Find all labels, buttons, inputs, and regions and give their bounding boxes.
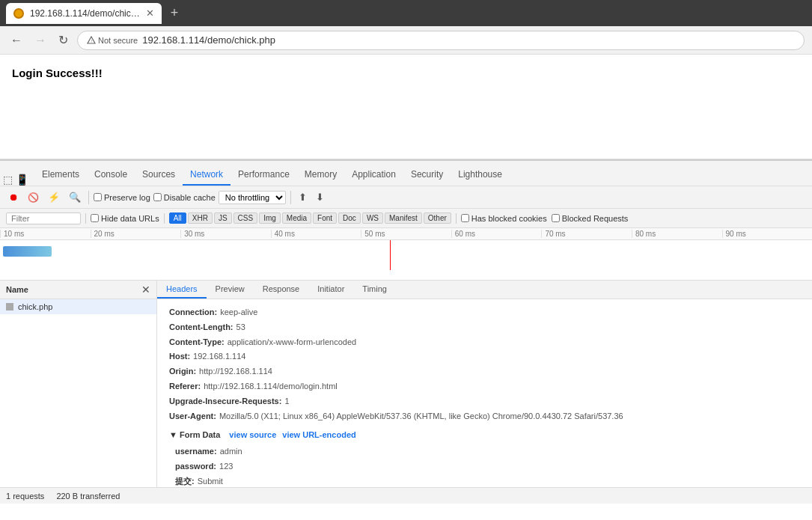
network-toolbar: ⏺ 🚫 ⚡ 🔍 Preserve log Disable cache No th… (0, 186, 812, 209)
record-button[interactable]: ⏺ (6, 190, 22, 204)
tab-security[interactable]: Security (403, 165, 451, 186)
header-upgrade-key: Upgrade-Insecure-Requests: (169, 394, 281, 409)
nav-back-button[interactable]: ← (7, 31, 25, 50)
header-user-agent: User-Agent: Mozilla/5.0 (X11; Linux x86_… (169, 409, 800, 424)
timeline-area: 10 ms 20 ms 30 ms 40 ms 50 ms 60 ms 70 m… (0, 228, 812, 281)
filter-doc-button[interactable]: Doc (338, 212, 361, 224)
nav-reload-button[interactable]: ↻ (55, 30, 71, 50)
search-button[interactable]: 🔍 (66, 190, 84, 204)
address-input[interactable]: ! Not secure 192.168.1.114/demo/chick.ph… (77, 31, 805, 50)
form-data-title-text: ▼ Form Data (169, 428, 220, 443)
form-data-title[interactable]: ▼ Form Data view source view URL-encoded (169, 428, 800, 443)
filter-manifest-button[interactable]: Manifest (385, 212, 422, 224)
header-upgrade-val: 1 (284, 394, 289, 409)
tab-close-button[interactable]: ✕ (146, 7, 154, 19)
download-button[interactable]: ⬇ (313, 190, 327, 204)
header-connection-key: Connection: (169, 305, 217, 320)
tab-performance[interactable]: Performance (231, 165, 297, 186)
tick-6: 70 ms (541, 230, 632, 238)
tab-lighthouse[interactable]: Lighthouse (451, 165, 510, 186)
file-list: Name ✕ chick.php (0, 281, 157, 487)
toolbar-separator-2 (290, 191, 291, 204)
tab-memory[interactable]: Memory (297, 165, 344, 186)
filter-font-button[interactable]: Font (313, 212, 337, 224)
detail-tab-response[interactable]: Response (254, 281, 309, 299)
filter-ws-button[interactable]: WS (362, 212, 383, 224)
tab-elements[interactable]: Elements (34, 165, 87, 186)
header-ua-key: User-Agent: (169, 409, 216, 424)
form-password-val: 123 (219, 459, 233, 474)
tab-sources[interactable]: Sources (135, 165, 183, 186)
tick-3: 40 ms (271, 230, 361, 238)
filter-img-button[interactable]: Img (259, 212, 281, 224)
new-tab-button[interactable]: + (171, 5, 179, 21)
throttle-select[interactable]: No throttling (219, 191, 286, 204)
headers-content: Connection: keep-alive Content-Length: 5… (157, 299, 812, 487)
filter-js-button[interactable]: JS (214, 212, 232, 224)
has-blocked-cookies-checkbox[interactable] (461, 214, 469, 222)
form-username-val: admin (220, 444, 242, 459)
preserve-log-label[interactable]: Preserve log (94, 193, 150, 202)
not-secure-label: Not secure (98, 36, 138, 45)
requests-count: 1 requests (6, 492, 44, 501)
waterfall-bar (3, 246, 52, 257)
devtools-icons: ⬚ 📱 (3, 174, 28, 186)
blocked-requests-label[interactable]: Blocked Requests (552, 214, 629, 223)
filter-icon-button[interactable]: ⚡ (45, 190, 63, 204)
header-referer-key: Referer: (169, 379, 201, 394)
address-bar-row: ← → ↻ ! Not secure 192.168.1.114/demo/ch… (0, 26, 812, 55)
filter-other-button[interactable]: Other (424, 212, 451, 224)
hide-data-urls-checkbox[interactable] (91, 214, 99, 222)
filter-separator-1 (85, 213, 86, 224)
tick-1: 20 ms (91, 230, 181, 238)
tick-2: 30 ms (180, 230, 271, 238)
view-url-encoded-link[interactable]: view URL-encoded (282, 428, 355, 443)
svg-text:!: ! (91, 39, 92, 43)
form-field-username: username: admin (175, 444, 800, 459)
detail-tab-initiator[interactable]: Initiator (308, 281, 353, 299)
detail-tab-timing[interactable]: Timing (353, 281, 396, 299)
upload-button[interactable]: ⬆ (296, 190, 310, 204)
toolbar-separator-1 (88, 191, 89, 204)
detail-tab-preview[interactable]: Preview (207, 281, 254, 299)
transferred-size: 220 B transferred (56, 492, 120, 501)
filter-media-button[interactable]: Media (282, 212, 311, 224)
hide-data-urls-label[interactable]: Hide data URLs (91, 214, 159, 223)
warning-icon: ! (87, 36, 96, 45)
filter-xhr-button[interactable]: XHR (188, 212, 213, 224)
tick-5: 60 ms (451, 230, 542, 238)
filter-all-button[interactable]: All (169, 212, 186, 224)
detail-panel: Headers Preview Response Initiator Timin… (157, 281, 812, 487)
tick-4: 50 ms (361, 230, 451, 238)
clear-button[interactable]: 🚫 (25, 191, 42, 204)
disable-cache-checkbox[interactable] (153, 193, 162, 201)
timeline-waterfall (0, 240, 812, 270)
tab-network[interactable]: Network (183, 165, 231, 186)
file-name: chick.php (18, 302, 52, 311)
header-upgrade-insecure: Upgrade-Insecure-Requests: 1 (169, 394, 800, 409)
header-host-key: Host: (169, 349, 190, 364)
nav-forward-button[interactable]: → (31, 31, 49, 50)
disable-cache-text: Disable cache (164, 193, 216, 202)
device-icon[interactable]: 📱 (16, 174, 28, 186)
file-list-header: Name ✕ (0, 281, 156, 299)
inspect-icon[interactable]: ⬚ (3, 174, 13, 186)
filter-row: Hide data URLs All XHR JS CSS Img Media … (0, 209, 812, 228)
tab-console[interactable]: Console (87, 165, 135, 186)
header-origin-key: Origin: (169, 364, 196, 379)
browser-chrome: 192.168.1.114/demo/chic… ✕ + (0, 0, 812, 26)
detail-tab-headers[interactable]: Headers (157, 281, 207, 299)
form-data-section: ▼ Form Data view source view URL-encoded… (169, 428, 800, 487)
preserve-log-checkbox[interactable] (94, 193, 102, 201)
view-source-link[interactable]: view source (229, 428, 276, 443)
blocked-requests-checkbox[interactable] (552, 214, 560, 222)
disable-cache-label[interactable]: Disable cache (153, 193, 216, 202)
list-item[interactable]: chick.php (0, 299, 156, 314)
has-blocked-cookies-label[interactable]: Has blocked cookies (461, 214, 547, 223)
close-detail-button[interactable]: ✕ (141, 284, 150, 296)
tab-application[interactable]: Application (344, 165, 403, 186)
filter-input[interactable] (6, 212, 81, 224)
browser-tab[interactable]: 192.168.1.114/demo/chic… ✕ (6, 3, 162, 24)
filter-css-button[interactable]: CSS (233, 212, 258, 224)
file-icon (6, 303, 13, 311)
